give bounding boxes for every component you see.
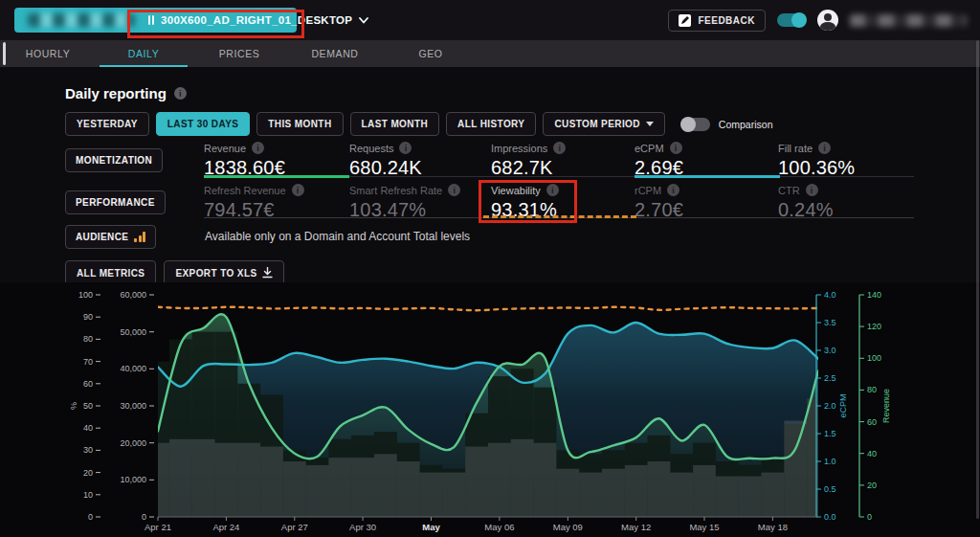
svg-text:May 09: May 09 [553,522,583,532]
svg-text:1.5: 1.5 [824,429,836,438]
svg-text:80: 80 [83,334,93,344]
comparison-toggle[interactable] [681,118,710,131]
svg-text:40: 40 [867,449,877,459]
svg-text:1.0: 1.0 [824,457,836,466]
svg-text:60: 60 [867,417,877,427]
annotation-box-ad-unit [127,10,304,38]
tab-hourly[interactable]: HOURLY [0,40,96,67]
user-avatar-icon[interactable] [817,10,838,31]
svg-text:3.0: 3.0 [824,346,836,355]
svg-text:50: 50 [83,401,93,411]
info-icon[interactable]: i [670,142,682,154]
svg-text:20: 20 [867,481,877,490]
metric-smart-refresh-rate: Smart Refresh Ratei 103.47% [349,184,493,221]
feedback-button[interactable]: FEEDBACK [668,10,766,32]
svg-text:eCPM: eCPM [838,393,848,417]
period-allhistory-button[interactable]: ALL HISTORY [446,112,536,136]
performance-button[interactable]: PERFORMANCE [65,190,166,214]
top-bar-right: FEEDBACK [668,0,967,40]
download-icon [262,267,273,279]
svg-text:20,000: 20,000 [120,438,146,448]
page-scrollbar[interactable] [976,40,979,519]
caret-down-icon [646,122,654,126]
bar-chart-icon [134,232,145,242]
period-thismonth-button[interactable]: THIS MONTH [256,112,343,136]
metric-rcpm: rCPMi 2.70€ [635,184,778,221]
svg-text:0.0: 0.0 [824,512,836,522]
svg-text:0: 0 [142,512,146,522]
svg-text:Revenue: Revenue [881,389,891,423]
svg-text:40,000: 40,000 [120,364,146,373]
top-bar: 300X600_AD_RIGHT_01_DESKTOP FEEDBACK [0,0,980,40]
page-title-row: Daily reporting i [65,85,187,101]
svg-text:May 06: May 06 [484,522,514,532]
svg-text:Apr 21: Apr 21 [145,522,171,532]
ecpm-underline [635,175,780,178]
custom-period-label: CUSTOM PERIOD [554,119,639,129]
info-icon[interactable]: i [448,184,460,196]
info-icon[interactable]: i [292,184,304,196]
info-icon[interactable]: i [667,184,679,196]
svg-text:30,000: 30,000 [120,401,146,411]
monetization-button[interactable]: MONETIZATION [65,148,163,172]
user-name-redacted [850,14,967,27]
svg-text:60: 60 [83,379,93,389]
period-selector-row: YESTERDAY LAST 30 DAYS THIS MONTH LAST M… [65,112,772,136]
metric-ctr: CTRi 0.24% [778,184,922,221]
theme-toggle[interactable] [777,13,806,27]
metric-fillrate: Fill ratei 100.36% [778,142,922,179]
svg-text:10: 10 [83,490,93,500]
info-icon[interactable]: i [174,87,187,100]
svg-text:4.0: 4.0 [824,290,836,300]
svg-text:140: 140 [867,290,881,300]
info-icon[interactable]: i [818,142,831,154]
audience-button[interactable]: AUDIENCE [65,225,156,249]
svg-text:120: 120 [867,322,881,331]
audience-availability-message: Available only on a Domain and Account T… [205,230,470,243]
site-name-redacted [28,13,135,27]
svg-text:Apr 30: Apr 30 [349,522,376,532]
metric-requests: Requestsi 680.24K [349,142,493,179]
svg-text:10,000: 10,000 [120,475,146,484]
svg-text:2.5: 2.5 [824,373,836,383]
revenue-underline [204,175,349,178]
svg-text:50,000: 50,000 [120,327,146,337]
info-icon[interactable]: i [399,142,412,154]
svg-text:80: 80 [867,385,877,394]
svg-text:0: 0 [867,512,872,522]
export-label: EXPORT TO XLS [175,268,256,279]
metric-refresh-revenue: Refresh Revenuei 794.57€ [204,184,347,221]
period-custom-button[interactable]: CUSTOM PERIOD [543,112,664,136]
svg-text:0: 0 [88,512,93,522]
svg-text:May: May [422,522,440,532]
info-icon[interactable]: i [553,142,566,154]
info-icon[interactable]: i [252,142,264,154]
svg-text:May 15: May 15 [689,522,719,532]
svg-text:Apr 24: Apr 24 [212,522,239,532]
daily-reporting-dashboard: 300X600_AD_RIGHT_01_DESKTOP FEEDBACK HOU… [0,0,980,537]
svg-text:40: 40 [83,423,93,433]
page-title: Daily reporting [65,85,167,101]
tab-geo[interactable]: GEO [383,40,479,67]
tab-prices[interactable]: PRICES [191,40,287,67]
audience-label: AUDIENCE [76,232,128,242]
svg-text:100: 100 [78,290,93,300]
info-icon[interactable]: i [806,184,818,196]
period-yesterday-button[interactable]: YESTERDAY [65,112,149,136]
svg-text:Apr 27: Apr 27 [281,522,308,532]
metric-impressions: Impressionsi 682.7K [491,142,635,179]
metric-ecpm: eCPMi 2.69€ [635,142,778,179]
tab-daily[interactable]: DAILY [96,40,191,67]
svg-text:100: 100 [867,353,881,363]
metric-revenue: Revenuei 1838.60€ [204,142,347,179]
comparison-label: Comparison [719,119,773,130]
period-last30days-button[interactable]: LAST 30 DAYS [156,112,250,136]
svg-text:20: 20 [83,468,93,478]
tab-demand[interactable]: DEMAND [287,40,383,67]
period-lastmonth-button[interactable]: LAST MONTH [350,112,440,136]
svg-text:3.5: 3.5 [824,318,836,327]
svg-text:60,000: 60,000 [120,290,146,300]
svg-text:70: 70 [83,357,93,367]
feedback-pencil-icon [679,14,691,27]
report-tabs: HOURLY DAILY PRICES DEMAND GEO [0,40,980,67]
